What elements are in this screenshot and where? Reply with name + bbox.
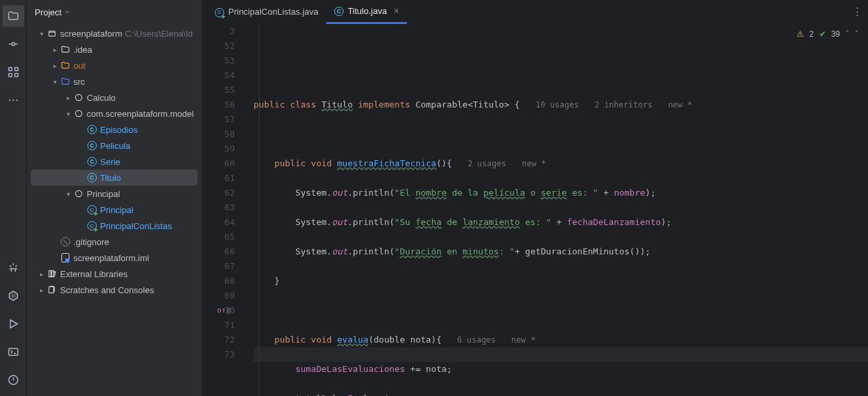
line-number: 56 [201,97,235,112]
tree-item-iml[interactable]: screenplataform.iml [27,250,201,266]
svg-point-15 [75,110,81,116]
tree-item-principal-listas[interactable]: C PrincipalConListas [27,218,201,234]
editor-tabs: C PrincipalConListas.java C Titulo.java … [201,0,868,24]
project-panel-title: Project [35,7,61,17]
line-number: 66 [201,244,235,259]
tree-label: screenplataform [60,29,122,39]
svg-rect-17 [49,286,53,292]
tree-item-src[interactable]: ▾ src [27,73,201,89]
tree-item-principal-pkg[interactable]: ▾ Principal [27,186,201,202]
folder-icon [60,76,71,87]
tree-item-ext-lib[interactable]: ▸ External Libraries [27,266,201,282]
svg-point-5 [9,100,10,101]
line-number: 55 [201,83,235,97]
more-tool-icon[interactable] [3,89,24,111]
tree-item-titulo[interactable]: C Titulo [31,170,197,186]
tree-item-pelicula[interactable]: C Pelicula [27,138,201,154]
line-number: 3 [201,24,235,39]
project-tree[interactable]: ▾ screenplataform C:\Users\Elena\Id ▸ .i… [27,24,201,396]
line-number: 62 [201,186,235,200]
project-panel-header[interactable]: Project [27,0,201,24]
chevron-down-icon[interactable]: ▾ [49,78,60,85]
tree-item-calculo[interactable]: ▸ Calculo [27,89,201,106]
tab-menu-icon[interactable]: ⋮ [852,5,863,18]
svg-point-16 [75,190,81,196]
line-number: 60 [201,156,235,171]
chevron-right-icon[interactable]: ▸ [49,62,60,69]
folder-icon [60,60,71,71]
run-tool-icon[interactable] [3,313,24,335]
chevron-right-icon[interactable]: ▸ [36,286,47,294]
chevron-right-icon[interactable]: ▸ [49,46,60,53]
editor-area: C PrincipalConListas.java C Titulo.java … [201,0,868,396]
tab-principal-con-listas[interactable]: C PrincipalConListas.java [207,0,326,24]
chevron-down-icon[interactable]: ▾ [36,30,47,37]
close-icon[interactable]: × [394,5,399,16]
line-number: 64 [201,215,235,230]
tree-path: C:\Users\Elena\Id [125,29,193,39]
tab-label: PrincipalConListas.java [228,7,318,17]
chevron-down-icon[interactable]: ▾ [63,110,73,118]
line-number: 72 [201,333,235,347]
svg-point-6 [12,100,13,101]
services-tool-icon[interactable] [3,285,24,307]
terminal-tool-icon[interactable] [3,341,24,363]
runnable-class-icon: C [215,6,224,17]
tool-strip [0,0,27,396]
line-number: 59 [201,142,235,156]
problems-widget[interactable]: ⚠2 ✔39 ˄ ˅ [797,29,859,39]
package-icon [73,92,84,103]
svg-point-7 [16,100,17,101]
line-number: 58 [201,127,235,142]
tree-label: Calculo [87,93,115,103]
class-icon: C [87,124,97,135]
gitignore-icon [60,236,71,247]
code-body[interactable]: public class Titulo implements Comparabl… [254,24,868,396]
commit-tool-icon[interactable] [3,33,24,55]
tree-label: Episodios [100,125,137,135]
svg-rect-11 [9,349,18,356]
project-tool-icon[interactable] [3,5,24,27]
svg-rect-3 [9,73,12,77]
chevron-right-icon[interactable]: ▸ [63,94,73,102]
nav-up-icon[interactable]: ˄ [845,29,849,39]
build-tool-icon[interactable] [3,257,24,278]
chevron-down-icon[interactable]: ▾ [63,190,73,198]
warning-icon: ⚠ [797,29,804,39]
line-number: 52 [201,39,235,53]
svg-point-14 [75,94,81,100]
tree-item-principal[interactable]: C Principal [27,202,201,218]
line-number: 69o↑@ [201,288,235,303]
tab-titulo[interactable]: C Titulo.java × [326,0,407,24]
tree-item-model[interactable]: ▾ com.screenplataform.model [27,106,201,122]
line-number: 70 [201,303,235,318]
tree-item-idea[interactable]: ▸ .idea [27,41,201,57]
project-panel: Project ▾ screenplataform C:\Users\Elena… [27,0,201,396]
tree-item-out[interactable]: ▸ out [27,57,201,73]
tree-label: Scratches and Consoles [60,285,154,295]
problems-tool-icon[interactable] [3,369,24,391]
gutter: 3 52 53 54 55 56 57 58 59 60 61 62 63 64… [201,24,254,396]
tree-item-gitignore[interactable]: .gitignore [27,234,201,250]
line-number: 65 [201,230,235,244]
svg-marker-9 [11,294,15,298]
tree-item-scratches[interactable]: ▸ Scratches and Consoles [27,282,201,298]
svg-point-0 [11,43,15,46]
tree-root[interactable]: ▾ screenplataform C:\Users\Elena\Id [27,25,201,41]
tree-label: com.screenplataform.model [87,109,193,119]
line-number: 63 [201,200,235,215]
structure-tool-icon[interactable] [3,61,24,83]
tree-item-serie[interactable]: C Serie [27,154,201,170]
line-number: 68 [201,274,235,288]
tree-item-episodios[interactable]: C Episodios [27,122,201,138]
svg-rect-1 [9,67,12,71]
line-number: 54 [201,68,235,83]
scratches-icon [47,284,57,295]
tab-label: Titulo.java [348,6,387,16]
code-editor[interactable]: 3 52 53 54 55 56 57 58 59 60 61 62 63 64… [201,24,868,396]
iml-icon [60,252,71,263]
folder-icon [47,28,57,39]
chevron-right-icon[interactable]: ▸ [36,270,47,278]
svg-rect-2 [15,67,18,71]
nav-down-icon[interactable]: ˅ [855,29,859,39]
